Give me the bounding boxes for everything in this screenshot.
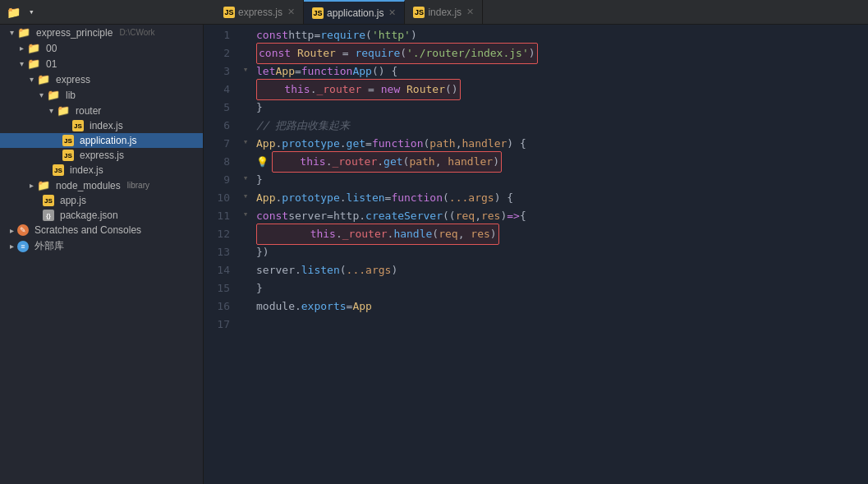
- folder-icon: 📁: [37, 179, 50, 191]
- line-number-17: 17: [204, 316, 230, 334]
- sidebar-item-package_json[interactable]: {}package.json: [0, 208, 203, 223]
- sidebar-label: index.js: [70, 164, 103, 176]
- js-icon: JS: [223, 7, 235, 18]
- js-file-icon: JS: [62, 135, 74, 146]
- sidebar-label: app.js: [60, 195, 86, 206]
- fold-arrow-3[interactable]: ▾: [243, 64, 249, 75]
- highlight-region: const Router = require('./router/index.j…: [256, 43, 538, 64]
- sidebar-item-___[interactable]: ▸≡外部库: [0, 237, 203, 255]
- sidebar-item-Scratches_and_Consoles[interactable]: ▸✎Scratches and Consoles: [0, 223, 203, 237]
- code-line-9: }: [253, 171, 868, 189]
- code-line-10: App.prototype.listen = function (...args…: [253, 189, 868, 207]
- code-content: 1234567891011121314151617 ▾▾▾▾▾ const ht…: [204, 25, 868, 484]
- js-file-icon: JS: [43, 195, 54, 206]
- sidebar-label: node_modules: [56, 180, 121, 191]
- code-line-5: }: [253, 99, 868, 117]
- highlight-region: this._router.handle(req, res): [256, 224, 499, 245]
- code-line-3: let App = function App() {: [253, 62, 868, 81]
- line-number-1: 1: [204, 26, 230, 44]
- project-section: 📁 ▾: [7, 6, 210, 19]
- code-lines[interactable]: const http = require('http')const Router…: [253, 25, 868, 484]
- sidebar-item-express_js[interactable]: JSexpress.js: [0, 148, 203, 163]
- bulb-icon[interactable]: 💡: [256, 153, 269, 171]
- highlight-region: this._router.get(path, handler): [272, 151, 502, 173]
- sidebar-label: 01: [46, 58, 57, 70]
- sidebar-item-app_js[interactable]: JSapp.js: [0, 193, 203, 208]
- code-line-15: }: [253, 279, 868, 297]
- folder-arrow: ▸: [20, 44, 24, 53]
- folder-arrow: ▾: [39, 90, 44, 99]
- tab-expressjs[interactable]: JSexpress.js✕: [215, 0, 304, 24]
- fold-arrow-7[interactable]: ▾: [243, 136, 249, 147]
- code-line-13: }): [253, 243, 868, 261]
- js-file-icon: JS: [53, 164, 64, 176]
- sidebar: ▾📁express_principleD:\CWork▸📁00▾📁01▾📁exp…: [0, 25, 204, 484]
- sidebar-label: Scratches and Consoles: [34, 224, 141, 236]
- tab-indexjs[interactable]: JSindex.js✕: [405, 0, 483, 24]
- folder-arrow: ▾: [20, 59, 24, 68]
- sidebar-item-application_js[interactable]: JSapplication.js: [0, 133, 203, 148]
- gutter-1: [238, 25, 253, 43]
- sidebar-item-01[interactable]: ▾📁01: [0, 56, 203, 71]
- sidebar-item-express_principle[interactable]: ▾📁express_principleD:\CWork: [0, 25, 203, 40]
- line-number-15: 15: [204, 279, 230, 297]
- gutter-13: [238, 242, 253, 260]
- line-number-11: 11: [204, 207, 230, 225]
- tab-close-icon[interactable]: ✕: [466, 7, 474, 17]
- project-folder-icon: 📁: [7, 6, 21, 19]
- title-bar: 📁 ▾ JSexpress.js✕JSapplication.js✕JSinde…: [0, 0, 868, 25]
- tab-close-icon[interactable]: ✕: [287, 7, 295, 17]
- sidebar-label: express: [56, 74, 90, 85]
- tab-label: application.js: [327, 7, 383, 19]
- gutter-10: ▾: [238, 187, 253, 205]
- sidebar-item-index_js[interactable]: JSindex.js: [0, 163, 203, 177]
- sidebar-item-router[interactable]: ▾📁router: [0, 103, 203, 118]
- code-line-16: module.exports = App: [253, 297, 868, 316]
- tab-applicationjs[interactable]: JSapplication.js✕: [304, 0, 405, 24]
- sidebar-item-00[interactable]: ▸📁00: [0, 40, 203, 56]
- sidebar-label: index.js: [90, 120, 123, 131]
- line-number-4: 4: [204, 81, 230, 99]
- json-file-icon: {}: [43, 210, 54, 221]
- sidebar-item-lib[interactable]: ▾📁lib: [0, 87, 203, 103]
- tab-bar: JSexpress.js✕JSapplication.js✕JSindex.js…: [215, 0, 861, 24]
- gutter-4: [238, 79, 253, 97]
- sidebar-label: express.js: [80, 150, 124, 161]
- line-number-6: 6: [204, 117, 230, 135]
- gutter-8: [238, 151, 253, 169]
- sidebar-label: 外部库: [34, 239, 64, 253]
- sidebar-label: router: [76, 105, 101, 117]
- folder-icon: 📁: [27, 58, 40, 70]
- gutter-11: ▾: [238, 205, 253, 224]
- code-line-11: const server = http.createServer((req, r…: [253, 207, 868, 225]
- sidebar-label: application.js: [80, 135, 136, 146]
- scratch-icon: ✎: [17, 224, 29, 236]
- folder-icon: 📁: [37, 73, 50, 85]
- sidebar-item-index_js[interactable]: JSindex.js: [0, 118, 203, 133]
- folder-icon: 📁: [57, 104, 70, 117]
- line-numbers: 1234567891011121314151617: [204, 25, 238, 484]
- tab-close-icon[interactable]: ✕: [388, 7, 396, 18]
- gutter-7: ▾: [238, 133, 253, 151]
- fold-arrow-10[interactable]: ▾: [243, 191, 249, 201]
- main-area: ▾📁express_principleD:\CWork▸📁00▾📁01▾📁exp…: [0, 25, 868, 484]
- fold-arrow-9[interactable]: ▾: [243, 173, 249, 183]
- folder-arrow: ▾: [49, 106, 53, 115]
- gutter-14: [238, 260, 253, 278]
- code-line-6: // 把路由收集起来: [253, 117, 868, 135]
- folder-icon: 📁: [17, 26, 30, 39]
- line-number-2: 2: [204, 44, 230, 62]
- folder-icon: 📁: [27, 42, 40, 54]
- sidebar-item-node_modules[interactable]: ▸📁node_moduleslibrary: [0, 177, 203, 193]
- js-file-icon: JS: [62, 150, 74, 161]
- sidebar-label: express_principle: [36, 27, 113, 39]
- sidebar-label: lib: [66, 90, 76, 101]
- project-dropdown-icon[interactable]: ▾: [29, 7, 34, 17]
- gutter-2: [238, 43, 253, 61]
- fold-arrow-11[interactable]: ▾: [243, 209, 249, 219]
- code-line-1: const http = require('http'): [253, 26, 868, 44]
- highlight-region: this._router = new Router(): [256, 79, 461, 100]
- code-line-2: const Router = require('./router/index.j…: [253, 44, 868, 62]
- tab-label: express.js: [238, 7, 282, 18]
- sidebar-item-express[interactable]: ▾📁express: [0, 71, 203, 87]
